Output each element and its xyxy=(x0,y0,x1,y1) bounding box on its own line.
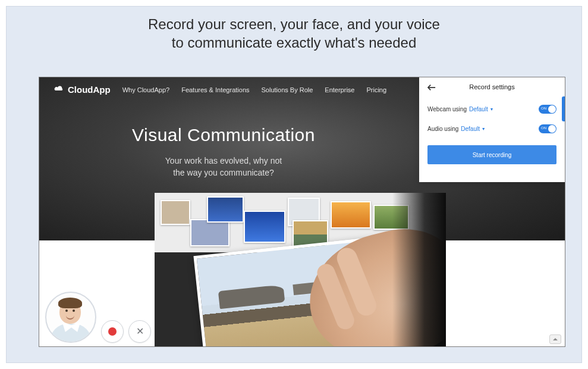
extension-side-tab[interactable] xyxy=(562,96,565,121)
recorded-screen-frame: CloudApp Why CloudApp? Features & Integr… xyxy=(39,77,565,347)
chevron-down-icon: ▼ xyxy=(489,107,493,111)
photo-thumb xyxy=(331,201,371,229)
arrow-left-icon xyxy=(427,85,436,92)
nav-features-integrations[interactable]: Features & Integrations xyxy=(181,86,249,93)
promo-headline-line2: to communicate exactly what's needed xyxy=(7,33,581,52)
hero-subtitle-line1: Your work has evolved, why not xyxy=(39,155,408,167)
start-recording-button[interactable]: Start recording xyxy=(427,145,556,164)
brand-name: CloudApp xyxy=(68,85,111,95)
chevron-up-icon xyxy=(552,334,558,345)
toggle-on-label: ON xyxy=(541,126,546,130)
audio-device-value: Default xyxy=(461,126,480,132)
hero-image xyxy=(155,193,446,346)
nav-pricing[interactable]: Pricing xyxy=(366,86,386,93)
promo-headline-line1: Record your screen, your face, and your … xyxy=(7,15,581,33)
toggle-knob xyxy=(548,105,556,113)
toggle-knob xyxy=(548,125,556,133)
audio-setting-row: Audio using Default ▼ ON xyxy=(427,124,556,133)
audio-toggle[interactable]: ON xyxy=(539,124,556,133)
webcam-toggle[interactable]: ON xyxy=(539,105,556,114)
cancel-button[interactable]: ✕ xyxy=(128,320,151,343)
photo-thumb xyxy=(161,200,190,225)
back-button[interactable] xyxy=(427,84,436,92)
toggle-on-label: ON xyxy=(541,107,546,110)
webcam-label: Webcam using xyxy=(427,106,467,112)
panel-title: Record settings xyxy=(469,83,514,90)
nav-why-cloudapp[interactable]: Why CloudApp? xyxy=(122,86,170,93)
webcam-overlay: ✕ xyxy=(45,292,151,343)
brand-logo[interactable]: CloudApp xyxy=(54,85,111,95)
nav-solutions-by-role[interactable]: Solutions By Role xyxy=(262,86,313,93)
chevron-down-icon: ▼ xyxy=(482,127,486,131)
photo-thumb xyxy=(190,219,229,246)
promo-card: Record your screen, your face, and your … xyxy=(6,6,582,363)
promo-headline: Record your screen, your face, and your … xyxy=(7,15,581,52)
close-icon: ✕ xyxy=(136,327,144,336)
hero-subtitle-line2: the way you communicate? xyxy=(39,167,408,179)
webcam-setting-row: Webcam using Default ▼ ON xyxy=(427,105,556,114)
hero-subtitle: Your work has evolved, why not the way y… xyxy=(39,155,408,179)
record-icon xyxy=(108,327,117,336)
record-button[interactable] xyxy=(101,320,124,343)
cloud-icon xyxy=(54,85,64,95)
panel-header: Record settings xyxy=(427,83,556,94)
hero-title: Visual Communication xyxy=(39,125,408,145)
nav-enterprise[interactable]: Enterprise xyxy=(325,86,354,93)
webcam-device-value: Default xyxy=(469,106,488,112)
photo-thumb xyxy=(244,211,285,243)
audio-label: Audio using xyxy=(427,126,458,132)
scroll-to-top-button[interactable] xyxy=(549,334,561,344)
hero-image-vignette xyxy=(392,193,446,346)
record-settings-panel: Record settings Webcam using Default ▼ O… xyxy=(419,77,565,182)
audio-device-select[interactable]: Default ▼ xyxy=(461,126,485,132)
webcam-device-select[interactable]: Default ▼ xyxy=(469,106,493,112)
photo-thumb xyxy=(207,196,244,223)
webcam-avatar[interactable] xyxy=(45,292,96,343)
